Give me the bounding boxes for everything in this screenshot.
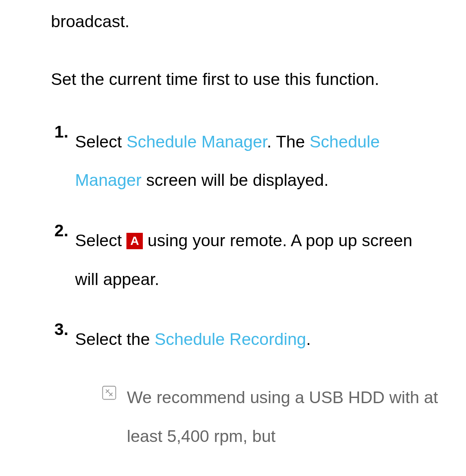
step-1-text-1: Select — [75, 132, 126, 151]
intro-line-2: Set the current time first to use this f… — [51, 60, 440, 99]
schedule-manager-highlight-1: Schedule Manager — [126, 132, 267, 151]
step-1-number: 1. — [51, 122, 75, 200]
schedule-recording-highlight: Schedule Recording — [154, 330, 306, 348]
step-2-number: 2. — [51, 221, 75, 298]
document-content: broadcast. Set the current time first to… — [0, 0, 466, 456]
step-1: 1. Select Schedule Manager. The Schedule… — [51, 122, 440, 200]
step-1-text: Select Schedule Manager. The Schedule Ma… — [75, 122, 440, 200]
note-icon — [101, 378, 119, 455]
note-text: We recommend using a USB HDD with at lea… — [127, 378, 440, 455]
step-3: 3. Select the Schedule Recording. We rec… — [51, 320, 440, 455]
step-3-text: Select the Schedule Recording. We recomm… — [75, 320, 440, 455]
step-2-text: Select A using your remote. A pop up scr… — [75, 221, 440, 298]
step-1-text-2: . The — [267, 132, 309, 151]
step-3-number: 3. — [51, 320, 75, 455]
step-1-text-3: screen will be displayed. — [142, 171, 329, 189]
remote-a-button-icon: A — [126, 233, 143, 249]
step-2-text-1: Select — [75, 231, 126, 250]
step-3-text-1: Select the — [75, 330, 154, 348]
svg-line-1 — [106, 390, 112, 396]
intro-line-1: broadcast. — [51, 13, 440, 30]
step-3-text-2: . — [306, 330, 311, 348]
step-2: 2. Select A using your remote. A pop up … — [51, 221, 440, 298]
note: We recommend using a USB HDD with at lea… — [75, 378, 440, 455]
